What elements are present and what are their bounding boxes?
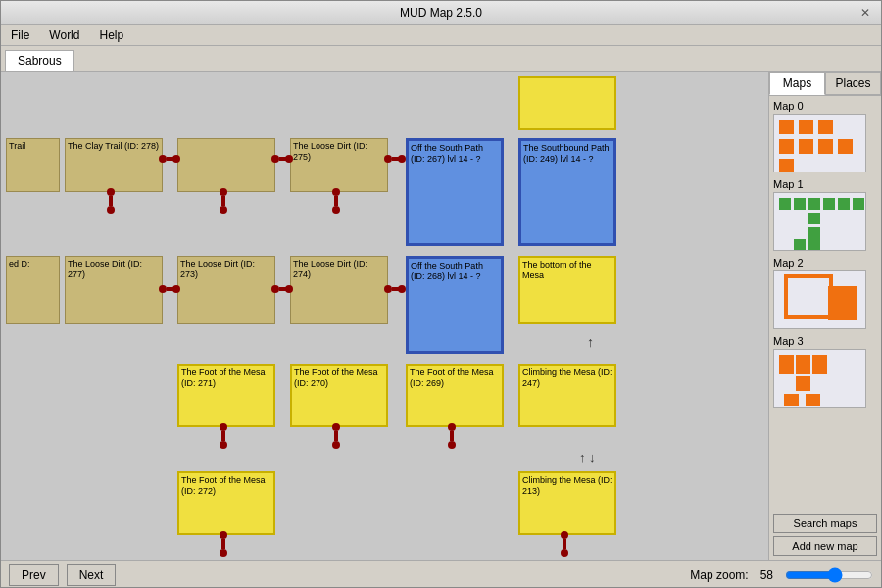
status-bar: Prev Next Map zoom: 58 [1,560,881,588]
panel-tabs: Maps Places [769,72,881,96]
room-6[interactable]: The Southbound Path (ID: 249) lvl 14 - ? [518,138,616,246]
room-11[interactable]: Off the South Path (ID: 268) lvl 14 - ? [406,256,504,354]
room-17[interactable]: The Foot of the Mesa (ID: 272) [177,471,275,535]
connector-dot [271,155,279,163]
connector-dot [285,155,293,163]
thumb-cell [818,139,833,154]
connector-dot [561,549,568,557]
prev-button[interactable]: Prev [9,564,59,586]
room-3[interactable]: The Loose Dirt (ID: 275) [290,138,388,192]
thumb-cell [799,139,813,154]
thumb-cell [838,198,850,210]
connector-dot [332,423,340,431]
app-title: MUD Map 2.5.0 [400,6,482,20]
arrow-up-1: ↑ [587,334,594,350]
thumb-cell [779,198,791,210]
connector-dot [332,441,340,449]
room-12[interactable]: The bottom of the Mesa [518,256,616,324]
map-entry-2: Map 2 [773,257,877,329]
connector-line [221,539,225,549]
thumb-cell [794,198,806,210]
connector-dot [220,531,227,539]
connector-line [334,431,338,441]
connector-dot [285,285,293,293]
room-16[interactable]: Climbing the Mesa (ID: 247) [518,364,616,427]
thumb-cell [838,139,853,154]
tab-bar: Sabrous [1,46,881,72]
map-list[interactable]: Map 0 Map 1 Map 2 Map 3 [769,96,881,510]
connector-dot [172,155,180,163]
panel-buttons: Search maps Add new map [769,510,881,560]
thumb-cell [806,394,820,406]
thumb-cell [779,159,794,172]
thumb-cell [808,198,820,210]
title-bar: MUD Map 2.5.0 ✕ [1,1,881,24]
thumb-cell [823,198,835,210]
connector-dot [220,188,227,196]
zoom-label: Map zoom: [690,568,748,582]
search-maps-button[interactable]: Search maps [773,514,877,533]
room-7[interactable]: ed D: [6,256,60,324]
room-13[interactable]: The Foot of the Mesa (ID: 271) [177,364,275,427]
thumb-cell [808,239,820,251]
map-label-2: Map 2 [773,257,877,269]
room-4[interactable]: Off the South Path (ID: 267) lvl 14 - ? [406,138,504,246]
thumb-frame [784,274,833,318]
add-new-map-button[interactable]: Add new map [773,536,877,556]
connector-dot [220,206,227,214]
connector-line [221,196,225,206]
room-5[interactable] [518,76,616,130]
right-panel: Maps Places Map 0 Map 1 Map 2 Map 3 [768,72,881,560]
room-9[interactable]: The Loose Dirt (ID: 273) [177,256,275,324]
thumb-cell [796,355,810,374]
thumb-cell [779,139,794,154]
room-1[interactable]: The Clay Trail (ID: 278) [65,138,163,192]
connector-line [450,431,454,441]
connector-dot [107,206,115,214]
thumb-cell [853,198,864,210]
map-thumb-2[interactable] [773,270,866,329]
map-thumb-3[interactable] [773,349,866,408]
connector-dot [561,531,568,539]
tab-sabrous[interactable]: Sabrous [5,50,74,71]
room-0[interactable]: Trail [6,138,60,192]
panel-tab-places[interactable]: Places [825,72,881,95]
room-18[interactable]: Climbing the Mesa (ID: 213) [518,471,616,535]
thumb-cell [784,394,799,406]
map-thumb-0[interactable] [773,114,866,172]
main-area: TrailThe Clay Trail (ID: 278)The Loose D… [1,72,881,560]
connector-dot [448,423,456,431]
room-15[interactable]: The Foot of the Mesa (ID: 269) [406,364,504,427]
room-2[interactable] [177,138,275,192]
zoom-value: 58 [760,568,773,582]
room-10[interactable]: The Loose Dirt (ID: 274) [290,256,388,324]
connector-line [221,431,225,441]
menu-file[interactable]: File [5,26,35,44]
connector-dot [448,441,456,449]
map-canvas[interactable]: TrailThe Clay Trail (ID: 278)The Loose D… [1,72,768,560]
connector-dot [159,285,167,293]
map-thumb-1[interactable] [773,192,866,251]
connector-dot [159,155,167,163]
menu-help[interactable]: Help [93,26,129,44]
thumb-cell [794,239,806,251]
thumb-cell [808,227,820,239]
connector-line [109,196,113,206]
thumb-cell [779,355,794,374]
map-label-0: Map 0 [773,100,877,112]
thumb-cell [808,213,820,224]
room-14[interactable]: The Foot of the Mesa (ID: 270) [290,364,388,427]
map-label-3: Map 3 [773,335,877,347]
connector-dot [384,285,392,293]
close-icon[interactable]: ✕ [858,5,873,21]
connector-dot [220,423,227,431]
menu-bar: File World Help [1,24,881,46]
map-label-1: Map 1 [773,178,877,190]
map-entry-0: Map 0 [773,100,877,172]
connector-dot [107,188,115,196]
room-8[interactable]: The Loose Dirt (ID: 277) [65,256,163,324]
panel-tab-maps[interactable]: Maps [769,72,825,95]
menu-world[interactable]: World [43,26,85,44]
next-button[interactable]: Next [67,564,117,586]
zoom-slider[interactable] [785,567,873,583]
